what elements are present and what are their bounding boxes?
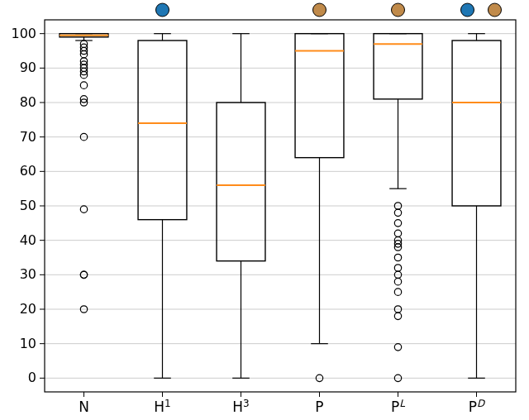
box-Pᴰ	[452, 34, 501, 379]
y-tick-label: 20	[20, 301, 36, 317]
y-tick-label: 50	[20, 198, 36, 213]
svg-rect-19	[295, 34, 344, 158]
blue-dot-icon	[461, 3, 474, 17]
y-tick-label: 90	[20, 60, 36, 75]
outlier-point	[394, 209, 401, 216]
box-N	[60, 34, 108, 313]
y-tick-label: 10	[20, 336, 36, 351]
svg-rect-29	[452, 41, 501, 206]
x-tick-label: H3	[232, 398, 249, 415]
outlier-point	[394, 278, 401, 284]
outlier-point	[394, 254, 401, 260]
y-tick-label: 80	[20, 94, 36, 110]
brown-dot-icon	[313, 3, 326, 17]
box-Pᴸ	[374, 34, 422, 382]
outlier-point	[394, 230, 401, 236]
box-plot-chart: 0102030405060708090100NH1H3PPLPD	[0, 0, 529, 420]
x-tick-label: H1	[154, 398, 170, 415]
box-P	[295, 34, 344, 382]
y-tick-label: 30	[20, 266, 36, 282]
x-tick-label: N	[79, 399, 89, 415]
x-tick-label: P	[315, 399, 323, 415]
outlier-point	[394, 313, 401, 319]
outlier-point	[394, 265, 401, 271]
svg-rect-9	[138, 41, 187, 220]
outlier-point	[80, 82, 87, 88]
svg-rect-14	[217, 103, 265, 261]
brown-dot-icon	[392, 3, 405, 17]
y-tick-label: 100	[11, 26, 36, 41]
y-tick-label: 70	[20, 129, 36, 145]
y-tick-label: 60	[20, 163, 36, 179]
x-tick-label: PL	[391, 398, 405, 415]
outlier-point	[394, 289, 401, 295]
y-tick-label: 0	[28, 370, 36, 385]
outlier-point	[394, 220, 401, 227]
outlier-point	[394, 344, 401, 351]
y-tick-label: 40	[20, 232, 36, 248]
brown-dot-icon	[488, 3, 502, 17]
blue-dot-icon	[156, 3, 169, 17]
x-tick-label: PD	[469, 398, 486, 415]
outlier-point	[80, 206, 87, 212]
